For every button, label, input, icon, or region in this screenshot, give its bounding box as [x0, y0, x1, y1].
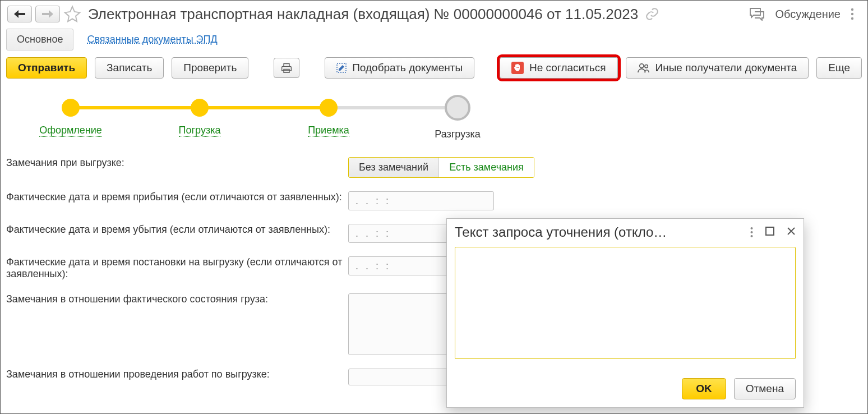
nav-tabs: Основное Связанные документы ЭПД: [1, 26, 867, 54]
step-registration-label[interactable]: Оформление: [39, 125, 102, 137]
work-state-textarea[interactable]: [348, 369, 449, 385]
select-square-icon: [336, 63, 347, 73]
nav-back-button[interactable]: [7, 6, 32, 22]
other-recipients-label: Иные получатели документа: [655, 62, 797, 74]
step-loading-label[interactable]: Погрузка: [179, 125, 221, 137]
toolbar: Отправить Записать Проверить Подобрать д…: [1, 54, 867, 82]
people-icon: [638, 62, 650, 73]
positioning-datetime-input[interactable]: . . : :: [348, 256, 449, 275]
cargo-state-textarea[interactable]: [348, 293, 449, 355]
tab-main[interactable]: Основное: [6, 29, 73, 50]
arrow-right-icon: [42, 10, 53, 18]
link-icon[interactable]: [645, 7, 659, 21]
kebab-menu-icon[interactable]: [851, 7, 854, 21]
step-unloading-label: Разгрузка: [435, 128, 480, 140]
disagree-button[interactable]: Не согласиться: [500, 57, 618, 79]
step-acceptance: Приемка: [264, 99, 393, 137]
remarks-segmented-control: Без замечаний Есть замечания: [348, 157, 534, 178]
step-dot-icon: [62, 99, 80, 117]
dialog-title: Текст запроса уточнения (откло…: [455, 224, 745, 240]
seg-no-remarks[interactable]: Без замечаний: [349, 158, 439, 177]
dialog-header: Текст запроса уточнения (откло…: [447, 219, 804, 242]
svg-point-7: [751, 227, 753, 229]
discussion-label[interactable]: Обсуждение: [775, 8, 841, 21]
step-registration: Оформление: [6, 99, 135, 137]
save-button[interactable]: Записать: [95, 57, 164, 79]
step-dot-icon: [320, 99, 338, 117]
dialog-close-icon[interactable]: [787, 227, 796, 238]
clarification-dialog: Текст запроса уточнения (откло… OK Отмен…: [446, 218, 804, 408]
stop-hand-icon: [511, 62, 524, 74]
label-arrival: Фактические дата и время прибытия (если …: [6, 191, 343, 203]
clarification-textarea[interactable]: [455, 247, 796, 359]
check-button[interactable]: Проверить: [172, 57, 248, 79]
label-departure: Фактические дата и время убытия (если от…: [6, 224, 343, 236]
more-button[interactable]: Еще: [816, 57, 862, 79]
label-work-state: Замечания в отношении проведения работ п…: [6, 369, 343, 380]
nav-forward-button[interactable]: [35, 6, 60, 22]
dialog-kebab-icon[interactable]: [750, 227, 753, 238]
svg-point-5: [639, 64, 643, 68]
step-dot-icon: [191, 99, 209, 117]
dialog-ok-button[interactable]: OK: [682, 378, 726, 399]
step-unloading: Разгрузка: [393, 99, 522, 140]
svg-point-6: [644, 65, 648, 68]
favorite-star-icon[interactable]: [63, 5, 81, 23]
label-positioning: Фактические дата и время постановки на в…: [6, 256, 343, 280]
arrival-datetime-input[interactable]: . . : :: [348, 191, 494, 210]
other-recipients-button[interactable]: Иные получатели документа: [626, 57, 809, 79]
svg-point-9: [751, 235, 753, 237]
step-dot-current-icon: [445, 95, 470, 121]
label-cargo-state: Замечания в отношении фактического состо…: [6, 293, 343, 305]
svg-point-8: [751, 231, 753, 233]
select-documents-button[interactable]: Подобрать документы: [325, 57, 474, 79]
print-button[interactable]: [274, 58, 299, 78]
dialog-maximize-icon[interactable]: [765, 227, 774, 238]
arrow-left-icon: [14, 10, 25, 18]
departure-datetime-input[interactable]: . . : :: [348, 224, 449, 243]
seg-has-remarks[interactable]: Есть замечания: [439, 158, 534, 177]
step-loading: Погрузка: [135, 99, 264, 137]
page-title: Электронная транспортная накладная (вход…: [88, 6, 638, 23]
header-bar: Электронная транспортная накладная (вход…: [1, 1, 867, 26]
process-steps: Оформление Погрузка Приемка Разгрузка: [1, 82, 867, 146]
step-acceptance-label[interactable]: Приемка: [308, 125, 349, 137]
disagree-label: Не согласиться: [529, 62, 606, 74]
svg-point-0: [851, 8, 853, 11]
send-button[interactable]: Отправить: [6, 57, 87, 79]
dialog-cancel-button[interactable]: Отмена: [734, 378, 796, 399]
discussion-icon[interactable]: [749, 7, 765, 21]
select-documents-label: Подобрать документы: [352, 62, 463, 74]
printer-icon: [281, 62, 292, 73]
tab-related-documents[interactable]: Связанные документы ЭПД: [87, 34, 217, 45]
svg-rect-10: [766, 227, 774, 235]
svg-point-1: [851, 13, 853, 15]
label-remarks-unload: Замечания при выгрузке:: [6, 157, 343, 169]
svg-point-2: [851, 17, 853, 20]
